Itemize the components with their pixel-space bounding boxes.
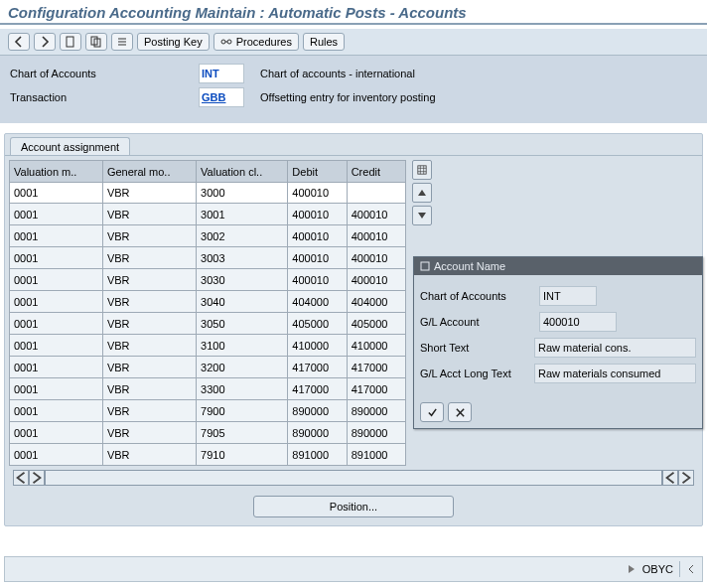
table-cell[interactable]: 400010 — [288, 247, 347, 269]
table-row[interactable]: 0001VBR3003400010400010 — [10, 247, 406, 269]
table-cell[interactable]: 410000 — [347, 335, 405, 357]
table-cell[interactable]: 0001 — [10, 378, 103, 400]
table-cell[interactable]: 3040 — [197, 291, 288, 313]
table-cell[interactable]: 0001 — [10, 247, 103, 269]
coa-code[interactable]: INT — [199, 64, 244, 83]
table-cell[interactable]: 400010 — [288, 183, 347, 204]
column-header[interactable]: General mo.. — [102, 161, 196, 183]
table-row[interactable]: 0001VBR3200417000417000 — [10, 357, 406, 378]
table-cell[interactable]: 890000 — [288, 400, 347, 422]
table-cell[interactable]: VBR — [102, 357, 196, 378]
table-cell[interactable]: 400010 — [288, 204, 347, 225]
table-cell[interactable]: 0001 — [10, 183, 103, 204]
table-cell[interactable]: 400010 — [347, 225, 405, 247]
procedures-button[interactable]: Procedures — [213, 33, 299, 51]
tx-code[interactable]: GBB — [199, 87, 244, 107]
table-row[interactable]: 0001VBR3040404000404000 — [10, 291, 406, 313]
table-row[interactable]: 0001VBR3001400010400010 — [10, 204, 406, 225]
table-cell[interactable]: 400010 — [288, 269, 347, 291]
hscroll-track[interactable] — [45, 470, 662, 486]
table-cell[interactable]: 3050 — [197, 313, 288, 335]
tab-account-assignment[interactable]: Account assignment — [10, 137, 130, 155]
table-cell[interactable]: 3003 — [197, 247, 288, 269]
column-header[interactable]: Debit — [288, 161, 347, 183]
popup-gl-value[interactable]: 400010 — [539, 312, 617, 332]
popup-cancel-button[interactable] — [448, 402, 472, 422]
table-cell[interactable]: VBR — [102, 378, 196, 400]
table-cell[interactable]: 400010 — [347, 269, 405, 291]
table-cell[interactable]: VBR — [102, 247, 196, 269]
new-entries-button[interactable] — [60, 33, 81, 51]
column-header[interactable]: Valuation m.. — [10, 161, 103, 183]
table-cell[interactable]: 3002 — [197, 225, 288, 247]
posting-key-button[interactable]: Posting Key — [137, 33, 210, 51]
table-cell[interactable]: VBR — [102, 291, 196, 313]
table-cell[interactable]: VBR — [102, 204, 196, 225]
column-header[interactable]: Credit — [347, 161, 405, 183]
copy-button[interactable] — [85, 33, 107, 51]
table-cell[interactable]: 405000 — [347, 313, 405, 335]
popup-long-value[interactable]: Raw materials consumed — [534, 364, 696, 383]
table-row[interactable]: 0001VBR7900890000890000 — [10, 400, 406, 422]
table-cell[interactable]: 0001 — [10, 357, 103, 378]
prev-button[interactable] — [8, 33, 30, 51]
chevron-left-icon[interactable] — [686, 564, 696, 574]
table-cell[interactable]: 0001 — [10, 269, 103, 291]
table-cell[interactable]: 7910 — [197, 444, 288, 466]
table-cell[interactable]: VBR — [102, 313, 196, 335]
table-cell[interactable]: 3300 — [197, 378, 288, 400]
table-cell[interactable] — [347, 183, 405, 204]
scroll-right-inner-button[interactable] — [29, 470, 45, 486]
table-cell[interactable]: 890000 — [288, 422, 347, 444]
table-row[interactable]: 0001VBR3100410000410000 — [10, 335, 406, 357]
scroll-left-outer-button[interactable] — [662, 470, 678, 486]
table-cell[interactable]: 400010 — [347, 204, 405, 225]
table-cell[interactable]: 0001 — [10, 444, 103, 466]
table-cell[interactable]: 410000 — [288, 335, 347, 357]
table-cell[interactable]: 0001 — [10, 225, 103, 247]
table-cell[interactable]: VBR — [102, 269, 196, 291]
table-cell[interactable]: 417000 — [347, 378, 405, 400]
table-cell[interactable]: 3000 — [197, 183, 288, 204]
scroll-top-button[interactable] — [412, 183, 432, 203]
table-cell[interactable]: 890000 — [347, 422, 405, 444]
table-row[interactable]: 0001VBR3002400010400010 — [10, 225, 406, 247]
scroll-bottom-button[interactable] — [412, 206, 432, 225]
table-row[interactable]: 0001VBR3000400010 — [10, 183, 406, 204]
table-cell[interactable]: 3030 — [197, 269, 288, 291]
table-cell[interactable]: 890000 — [347, 400, 405, 422]
table-cell[interactable]: 400010 — [347, 247, 405, 269]
table-cell[interactable]: 0001 — [10, 204, 103, 225]
table-cell[interactable]: 404000 — [288, 291, 347, 313]
table-cell[interactable]: VBR — [102, 422, 196, 444]
table-cell[interactable]: VBR — [102, 444, 196, 466]
table-cell[interactable]: VBR — [102, 335, 196, 357]
rules-button[interactable]: Rules — [303, 33, 345, 51]
position-button[interactable]: Position... — [253, 496, 454, 517]
table-cell[interactable]: VBR — [102, 183, 196, 204]
popup-coa-value[interactable]: INT — [539, 286, 597, 306]
popup-short-value[interactable]: Raw material cons. — [534, 338, 696, 358]
table-row[interactable]: 0001VBR3050405000405000 — [10, 313, 406, 335]
table-row[interactable]: 0001VBR3300417000417000 — [10, 378, 406, 400]
table-cell[interactable]: 0001 — [10, 422, 103, 444]
table-cell[interactable]: 891000 — [288, 444, 347, 466]
table-cell[interactable]: 0001 — [10, 313, 103, 335]
table-row[interactable]: 0001VBR7910891000891000 — [10, 444, 406, 466]
popup-header[interactable]: Account Name — [414, 257, 702, 275]
delete-button[interactable] — [111, 33, 133, 51]
table-cell[interactable]: VBR — [102, 225, 196, 247]
table-cell[interactable]: 404000 — [347, 291, 405, 313]
table-row[interactable]: 0001VBR3030400010400010 — [10, 269, 406, 291]
table-cell[interactable]: 3100 — [197, 335, 288, 357]
scroll-right-outer-button[interactable] — [678, 470, 694, 486]
table-cell[interactable]: 0001 — [10, 291, 103, 313]
popup-accept-button[interactable] — [420, 402, 444, 422]
scroll-left-inner-button[interactable] — [13, 470, 29, 486]
table-cell[interactable]: VBR — [102, 400, 196, 422]
table-cell[interactable]: 3200 — [197, 357, 288, 378]
table-cell[interactable]: 417000 — [347, 357, 405, 378]
table-row[interactable]: 0001VBR7905890000890000 — [10, 422, 406, 444]
table-cell[interactable]: 3001 — [197, 204, 288, 225]
next-button[interactable] — [34, 33, 56, 51]
